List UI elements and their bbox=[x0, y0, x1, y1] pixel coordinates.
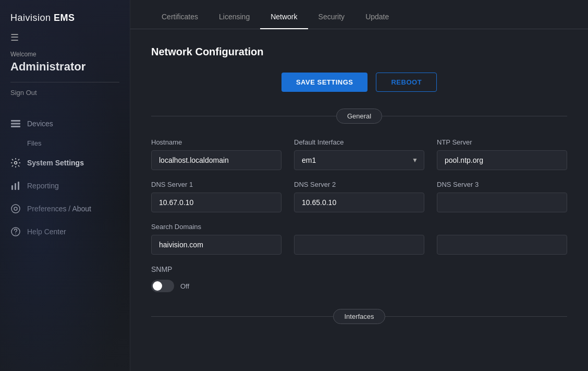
sidebar-item-preferences-label: Preferences / About bbox=[27, 205, 91, 213]
snmp-section: SNMP Off bbox=[151, 265, 567, 292]
dns2-input[interactable] bbox=[294, 193, 424, 212]
dns3-group: DNS Server 3 bbox=[437, 181, 567, 212]
main-content: Certificates Licensing Network Security … bbox=[130, 0, 588, 371]
divider-line-left bbox=[151, 116, 336, 116]
search-domain2-input[interactable] bbox=[294, 235, 424, 255]
system-settings-icon bbox=[10, 158, 21, 168]
tab-update[interactable]: Update bbox=[355, 4, 399, 29]
devices-icon bbox=[10, 118, 21, 129]
svg-rect-0 bbox=[11, 120, 20, 122]
divider-line-right bbox=[382, 116, 567, 116]
svg-point-7 bbox=[11, 205, 20, 213]
tab-security[interactable]: Security bbox=[308, 4, 356, 29]
welcome-label: Welcome bbox=[0, 51, 130, 60]
sidebar-nav: Devices Files System Settings bbox=[0, 107, 130, 361]
dns3-label: DNS Server 3 bbox=[437, 181, 567, 188]
interfaces-divider-line-left bbox=[151, 316, 333, 317]
sidebar-item-preferences[interactable]: Preferences / About bbox=[0, 197, 130, 220]
sidebar-item-devices-label: Devices bbox=[27, 119, 53, 128]
general-section-label: General bbox=[336, 109, 382, 124]
interfaces-divider-line-right bbox=[385, 316, 567, 317]
preferences-icon bbox=[10, 204, 21, 214]
sidebar-item-files-label: Files bbox=[27, 139, 41, 147]
default-interface-select[interactable]: em1 em2 lo bbox=[294, 150, 424, 170]
snmp-off-label: Off bbox=[180, 282, 189, 290]
general-section-divider: General bbox=[151, 109, 567, 124]
help-icon bbox=[10, 226, 21, 237]
tab-network[interactable]: Network bbox=[260, 4, 308, 29]
sidebar: Haivision EMS ☰ Welcome Administrator Si… bbox=[0, 0, 130, 371]
hostname-input[interactable] bbox=[151, 150, 281, 170]
signout-link[interactable]: Sign Out bbox=[0, 89, 130, 107]
menu-icon[interactable]: ☰ bbox=[0, 29, 130, 51]
sidebar-item-reporting[interactable]: Reporting bbox=[0, 174, 130, 197]
action-buttons: SAVE SETTINGS REBOOT bbox=[151, 73, 567, 92]
ntp-server-group: NTP Server bbox=[437, 138, 567, 170]
dns3-input[interactable] bbox=[437, 193, 567, 212]
interfaces-section-label: Interfaces bbox=[333, 309, 385, 324]
form-row-2: DNS Server 1 DNS Server 2 DNS Server 3 bbox=[151, 181, 567, 212]
snmp-label: SNMP bbox=[151, 265, 567, 273]
username-label: Administrator bbox=[0, 60, 130, 80]
reboot-button[interactable]: REBOOT bbox=[376, 73, 437, 92]
tab-certificates[interactable]: Certificates bbox=[151, 4, 209, 29]
ntp-server-input[interactable] bbox=[437, 150, 567, 170]
dns2-group: DNS Server 2 bbox=[294, 181, 424, 212]
hostname-label: Hostname bbox=[151, 138, 281, 146]
form-row-3: Search Domains Search Domains Search Dom… bbox=[151, 223, 567, 255]
svg-point-3 bbox=[15, 162, 17, 164]
sidebar-item-devices[interactable]: Devices bbox=[0, 112, 130, 135]
svg-rect-5 bbox=[15, 183, 16, 190]
search-domain3-group: Search Domains bbox=[437, 223, 567, 255]
page-title: Network Configuration bbox=[151, 46, 567, 58]
dns2-label: DNS Server 2 bbox=[294, 181, 424, 188]
svg-point-10 bbox=[15, 234, 16, 235]
logo-main: Haivision EMS bbox=[10, 13, 75, 23]
sidebar-item-help[interactable]: Help Center bbox=[0, 220, 130, 243]
svg-rect-1 bbox=[11, 123, 20, 125]
form-row-1: Hostname Default Interface em1 em2 lo ▼ … bbox=[151, 138, 567, 170]
interfaces-section-divider: Interfaces bbox=[151, 309, 567, 324]
snmp-toggle-row: Off bbox=[151, 280, 567, 292]
dns1-label: DNS Server 1 bbox=[151, 181, 281, 188]
snmp-toggle-slider bbox=[151, 280, 174, 292]
dns1-group: DNS Server 1 bbox=[151, 181, 281, 212]
save-settings-button[interactable]: SAVE SETTINGS bbox=[281, 73, 368, 92]
sidebar-item-system-settings-label: System Settings bbox=[27, 159, 84, 167]
default-interface-label: Default Interface bbox=[294, 138, 424, 146]
dns1-input[interactable] bbox=[151, 193, 281, 212]
tab-bar: Certificates Licensing Network Security … bbox=[130, 0, 588, 29]
hostname-group: Hostname bbox=[151, 138, 281, 170]
app-logo: Haivision EMS bbox=[0, 13, 130, 29]
svg-rect-2 bbox=[11, 126, 20, 127]
tab-licensing[interactable]: Licensing bbox=[209, 4, 260, 29]
search-domain1-group: Search Domains bbox=[151, 223, 281, 255]
search-domains-label: Search Domains bbox=[151, 223, 281, 231]
sidebar-item-help-label: Help Center bbox=[27, 228, 66, 236]
sidebar-item-system-settings[interactable]: System Settings bbox=[0, 151, 130, 174]
svg-rect-6 bbox=[18, 182, 19, 190]
search-domain1-input[interactable] bbox=[151, 235, 281, 255]
ntp-server-label: NTP Server bbox=[437, 138, 567, 146]
sidebar-divider bbox=[10, 82, 119, 82]
content-area: Network Configuration SAVE SETTINGS REBO… bbox=[130, 29, 588, 371]
sidebar-item-files[interactable]: Files bbox=[0, 135, 130, 151]
search-domain2-group: Search Domains bbox=[294, 223, 424, 255]
search-domain3-input[interactable] bbox=[437, 235, 567, 255]
svg-point-8 bbox=[14, 207, 17, 210]
default-interface-wrapper: em1 em2 lo ▼ bbox=[294, 150, 424, 170]
sidebar-item-reporting-label: Reporting bbox=[27, 182, 59, 190]
snmp-toggle[interactable] bbox=[151, 280, 174, 292]
reporting-icon bbox=[10, 181, 21, 191]
default-interface-group: Default Interface em1 em2 lo ▼ bbox=[294, 138, 424, 170]
svg-rect-4 bbox=[11, 185, 13, 190]
